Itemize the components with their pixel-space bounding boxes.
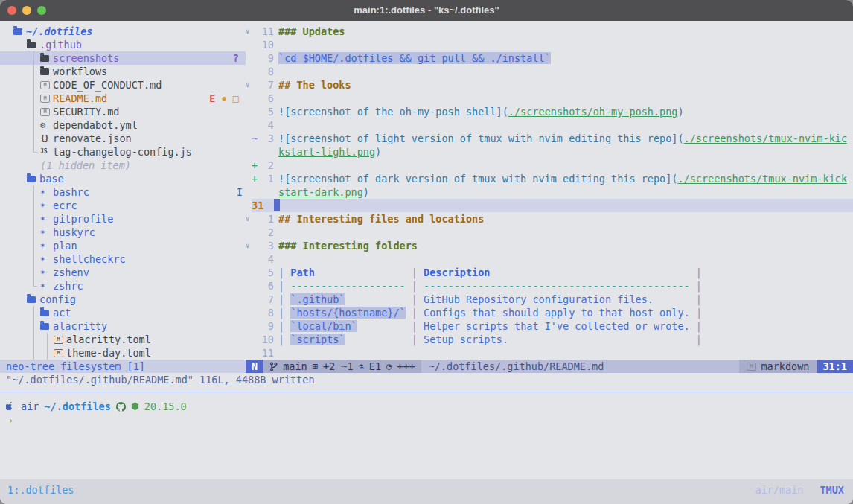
tree-item-alacritty[interactable]: alacritty: [0, 319, 246, 333]
mode-indicator: N: [246, 360, 263, 373]
fold-marker[interactable]: ∨: [246, 212, 252, 226]
tree-item-base[interactable]: base: [0, 172, 246, 185]
line-text: ## Interesting files and locations: [278, 212, 484, 226]
tree-indent: [0, 252, 13, 266]
tree-guide: [27, 319, 40, 333]
tree-indent: [0, 159, 13, 172]
tree-guide: [27, 212, 40, 226]
tree-item-alacritty-toml[interactable]: Malacritty.toml: [0, 333, 246, 346]
tree-indent: [0, 118, 13, 132]
tree-item-renovate-json[interactable]: {}renovate.json: [0, 132, 246, 145]
tree-item-security-md[interactable]: MSECURITY.md: [0, 105, 246, 118]
tree-item-ecrc[interactable]: ✶ecrc: [0, 199, 246, 212]
tree-item-act[interactable]: act: [0, 306, 246, 319]
fold-marker: [246, 199, 252, 212]
line-number: 3: [259, 239, 278, 252]
tree-item-zshrc[interactable]: ✶zshrc: [0, 279, 246, 293]
tree-guide: [27, 266, 40, 279]
editor-line[interactable]: 7| `.github` | GitHub Repository configu…: [246, 293, 853, 306]
line-text: | `local/bin` | Helper scripts that I've…: [278, 319, 702, 333]
tree-guide: [27, 252, 40, 266]
tree-item-shellcheckrc[interactable]: ✶shellcheckrc: [0, 252, 246, 266]
editor-line[interactable]: kstart-light.png): [246, 145, 853, 159]
editor-line[interactable]: ∨11### Updates: [246, 25, 853, 38]
tree-item-config[interactable]: config: [0, 293, 246, 306]
editor-line[interactable]: 9`cd $HOME/.dotfiles && git pull && ./in…: [246, 51, 853, 65]
tree-item-tag-changelog-config-js[interactable]: JStag-changelog-config.js: [0, 145, 246, 159]
tree-item-plan[interactable]: ✶plan: [0, 239, 246, 252]
editor-line[interactable]: 5| Path | Description |: [246, 266, 853, 279]
nvim-panes: ~/.dotfiles.githubscreenshots?workflowsM…: [0, 21, 853, 360]
tree-item-label: ~/.dotfiles: [26, 25, 92, 38]
tree-indent: [0, 199, 13, 212]
line-number: 11: [259, 25, 278, 38]
tree-item-dependabot-yml[interactable]: ⚙dependabot.yml: [0, 118, 246, 132]
tree-item-code-of-conduct-md[interactable]: MCODE_OF_CONDUCT.md: [0, 78, 246, 92]
tree-item-theme-day-toml[interactable]: Mtheme-day.toml: [0, 346, 246, 360]
fold-marker[interactable]: ∨: [246, 78, 252, 92]
editor-line[interactable]: ~3![screenshot of light version of tmux …: [246, 132, 853, 145]
tree-item-huskyrc[interactable]: ✶huskyrc: [0, 226, 246, 239]
tree-item-bashrc[interactable]: ✶bashrcI: [0, 185, 246, 199]
sign-column: [252, 118, 259, 132]
editor-line[interactable]: 11: [246, 346, 853, 360]
editor-line[interactable]: 10| `scripts` | Setup scripts. |: [246, 333, 853, 346]
text-segment: |: [696, 334, 702, 345]
editor-line[interactable]: 2: [246, 226, 853, 239]
tree-item-gitprofile[interactable]: ✶gitprofile: [0, 212, 246, 226]
nvim-statusline: N main ⊞ +2 ~1 ⚗ E1 ◔ +++ ~/.dotfiles/.g…: [246, 360, 853, 373]
titlebar: main:1:.dotfiles - "ks~/.dotfiles": [0, 0, 853, 21]
tree-item-label: .github: [39, 38, 82, 51]
editor-line[interactable]: ∨1## Interesting files and locations: [246, 212, 853, 226]
editor-line[interactable]: 6| ------------------- | ---------------…: [246, 279, 853, 293]
editor-line[interactable]: 10: [246, 38, 853, 51]
text-segment: [345, 334, 411, 345]
git-modified-dot: ●: [222, 92, 226, 105]
tree-item--dotfiles[interactable]: ~/.dotfiles: [0, 25, 246, 38]
tree-indent: [0, 266, 13, 279]
fold-marker[interactable]: ∨: [246, 25, 252, 38]
markdown-link-url: ./screenshots/tmux-nvim-kic: [684, 133, 847, 144]
editor-line[interactable]: 6: [246, 92, 853, 105]
markdown-file-icon: M: [40, 81, 53, 89]
editor-line[interactable]: 31: [246, 199, 853, 212]
text-segment: ): [677, 106, 683, 118]
editor-line[interactable]: start-dark.png): [246, 185, 853, 199]
tree-indent: [13, 159, 27, 172]
editor-line[interactable]: 4: [246, 252, 853, 266]
tree-item--1-hidden-item-[interactable]: (1 hidden item): [0, 159, 246, 172]
tree-item-label: ecrc: [53, 199, 77, 212]
tree-item-readme-md[interactable]: MREADME.mdE●□: [0, 92, 246, 105]
tree-item--github[interactable]: .github: [0, 38, 246, 51]
tree-item-label: theme-day.toml: [66, 346, 151, 360]
buffer-icon: ⊞: [313, 360, 318, 373]
editor-line[interactable]: +1![screenshot of dark version of tmux w…: [246, 172, 853, 185]
toml-file-icon: M: [54, 349, 66, 357]
sign-column: [252, 319, 259, 333]
filetype-label: markdown: [761, 360, 809, 373]
fold-marker: [246, 226, 252, 239]
editor-line[interactable]: 5![screenshot of the oh-my-posh shell](.…: [246, 105, 853, 118]
fold-marker[interactable]: ∨: [246, 239, 252, 252]
editor-line[interactable]: 4: [246, 118, 853, 132]
tree-item-label: config: [39, 293, 76, 306]
tmux-window-tab[interactable]: 1:.dotfiles: [7, 483, 74, 497]
node-icon: [131, 402, 139, 411]
editor-line[interactable]: 8: [246, 65, 853, 78]
editor-line[interactable]: ∨7## The looks: [246, 78, 853, 92]
editor-line[interactable]: +2: [246, 159, 853, 172]
markdown-link-url: ./screenshots/oh-my-posh.png: [508, 106, 678, 118]
tree-item-zshenv[interactable]: ✶zshenv: [0, 266, 246, 279]
editor-line[interactable]: ∨3### Interesting folders: [246, 239, 853, 252]
editor-line[interactable]: 9| `local/bin` | Helper scripts that I'v…: [246, 319, 853, 333]
shell-pane[interactable]: air ~/.dotfiles 20.15.0 →: [0, 392, 853, 471]
tree-item-workflows[interactable]: workflows: [0, 65, 246, 78]
line-number: 7: [259, 78, 278, 92]
tree-item-screenshots[interactable]: screenshots?: [0, 51, 246, 65]
tree-indent: [13, 293, 27, 306]
editor-line[interactable]: 8| `hosts/{hostname}/` | Configs that sh…: [246, 306, 853, 319]
line-text: ![screenshot of light version of tmux wi…: [278, 132, 847, 145]
dotfile-star-icon: ✶: [40, 239, 53, 252]
sign-column: [252, 51, 259, 65]
text-segment: ### Updates: [278, 25, 345, 37]
